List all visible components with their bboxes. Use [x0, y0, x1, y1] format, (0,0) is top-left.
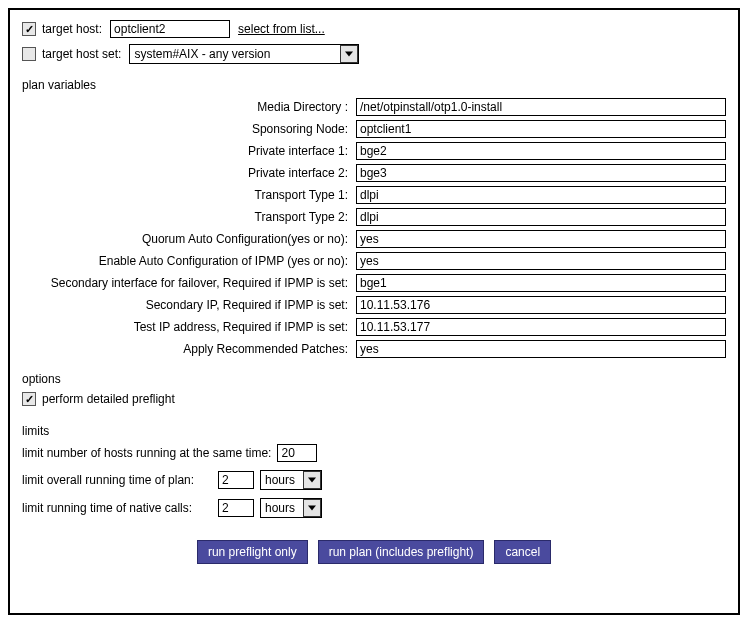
plan-var-label: Quorum Auto Configuration(yes or no):: [22, 232, 356, 246]
limits-title: limits: [22, 424, 726, 438]
perform-preflight-checkbox[interactable]: [22, 392, 36, 406]
limit-native-time-row: limit running time of native calls: hour…: [22, 498, 726, 518]
target-host-set-value: system#AIX - any version: [134, 47, 270, 61]
plan-var-row: Test IP address, Required if IPMP is set…: [22, 318, 726, 336]
select-from-list-link[interactable]: select from list...: [238, 22, 325, 36]
plan-var-input[interactable]: [356, 164, 726, 182]
limit-hosts-row: limit number of hosts running at the sam…: [22, 444, 726, 462]
plan-var-label: Apply Recommended Patches:: [22, 342, 356, 356]
plan-var-label: Transport Type 2:: [22, 210, 356, 224]
dialog-frame: target host: select from list... target …: [8, 8, 740, 615]
plan-var-label: Secondary IP, Required if IPMP is set:: [22, 298, 356, 312]
plan-var-row: Sponsoring Node:: [22, 120, 726, 138]
plan-var-label: Enable Auto Configuration of IPMP (yes o…: [22, 254, 356, 268]
plan-var-label: Private interface 2:: [22, 166, 356, 180]
plan-var-row: Quorum Auto Configuration(yes or no):: [22, 230, 726, 248]
target-host-label: target host:: [42, 22, 102, 36]
plan-var-input[interactable]: [356, 274, 726, 292]
plan-var-input[interactable]: [356, 120, 726, 138]
plan-var-row: Apply Recommended Patches:: [22, 340, 726, 358]
target-host-row: target host: select from list...: [22, 20, 726, 38]
plan-var-input[interactable]: [356, 208, 726, 226]
target-host-input[interactable]: [110, 20, 230, 38]
limit-plan-time-label: limit overall running time of plan:: [22, 473, 212, 487]
plan-var-input[interactable]: [356, 98, 726, 116]
plan-var-label: Test IP address, Required if IPMP is set…: [22, 320, 356, 334]
plan-var-row: Private interface 1:: [22, 142, 726, 160]
plan-var-label: Private interface 1:: [22, 144, 356, 158]
cancel-button[interactable]: cancel: [494, 540, 551, 564]
limit-native-time-input[interactable]: [218, 499, 254, 517]
plan-var-row: Transport Type 1:: [22, 186, 726, 204]
limit-native-time-unit-select[interactable]: hours: [260, 498, 322, 518]
plan-var-input[interactable]: [356, 142, 726, 160]
chevron-down-icon: [303, 499, 321, 517]
plan-var-input[interactable]: [356, 296, 726, 314]
run-preflight-button[interactable]: run preflight only: [197, 540, 308, 564]
plan-var-input[interactable]: [356, 186, 726, 204]
plan-var-label: Media Directory :: [22, 100, 356, 114]
run-plan-button[interactable]: run plan (includes preflight): [318, 540, 485, 564]
plan-var-row: Enable Auto Configuration of IPMP (yes o…: [22, 252, 726, 270]
limit-plan-time-unit: hours: [265, 473, 295, 487]
limit-native-time-label: limit running time of native calls:: [22, 501, 212, 515]
plan-var-row: Secondary IP, Required if IPMP is set:: [22, 296, 726, 314]
perform-preflight-row: perform detailed preflight: [22, 392, 726, 406]
plan-var-row: Transport Type 2:: [22, 208, 726, 226]
limit-plan-time-input[interactable]: [218, 471, 254, 489]
target-host-set-label: target host set:: [42, 47, 121, 61]
plan-var-input[interactable]: [356, 230, 726, 248]
target-host-checkbox[interactable]: [22, 22, 36, 36]
plan-var-label: Secondary interface for failover, Requir…: [22, 276, 356, 290]
plan-var-row: Private interface 2:: [22, 164, 726, 182]
plan-var-label: Sponsoring Node:: [22, 122, 356, 136]
chevron-down-icon: [340, 45, 358, 63]
target-host-set-select[interactable]: system#AIX - any version: [129, 44, 359, 64]
perform-preflight-label: perform detailed preflight: [42, 392, 175, 406]
limit-plan-time-row: limit overall running time of plan: hour…: [22, 470, 726, 490]
plan-var-row: Media Directory :: [22, 98, 726, 116]
button-bar: run preflight only run plan (includes pr…: [22, 540, 726, 564]
limit-hosts-label: limit number of hosts running at the sam…: [22, 446, 271, 460]
plan-variables-title: plan variables: [22, 78, 726, 92]
options-title: options: [22, 372, 726, 386]
limit-plan-time-unit-select[interactable]: hours: [260, 470, 322, 490]
target-host-set-row: target host set: system#AIX - any versio…: [22, 44, 726, 64]
plan-var-input[interactable]: [356, 340, 726, 358]
plan-var-row: Secondary interface for failover, Requir…: [22, 274, 726, 292]
plan-var-input[interactable]: [356, 252, 726, 270]
limit-hosts-input[interactable]: [277, 444, 317, 462]
limit-native-time-unit: hours: [265, 501, 295, 515]
chevron-down-icon: [303, 471, 321, 489]
plan-var-label: Transport Type 1:: [22, 188, 356, 202]
plan-variables-list: Media Directory :Sponsoring Node:Private…: [22, 98, 726, 358]
target-host-set-checkbox[interactable]: [22, 47, 36, 61]
plan-var-input[interactable]: [356, 318, 726, 336]
